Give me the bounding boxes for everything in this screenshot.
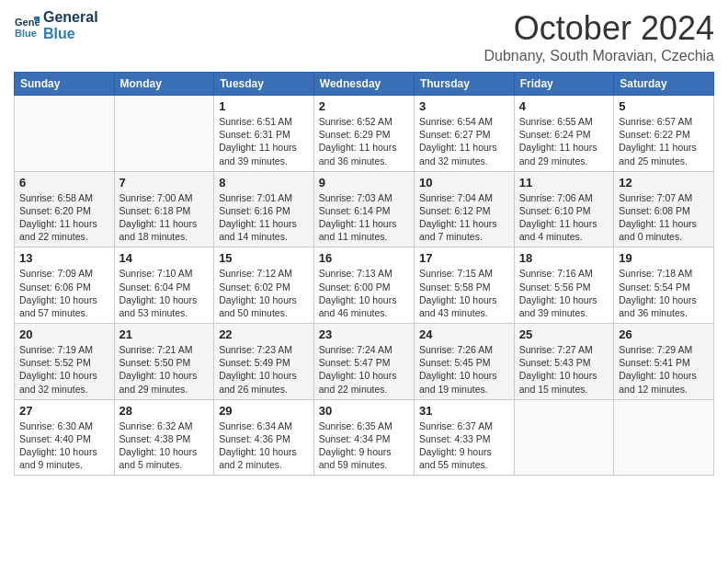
day-info: Sunrise: 6:32 AM Sunset: 4:38 PM Dayligh… (119, 419, 210, 472)
location-title: Dubnany, South Moravian, Czechia (483, 48, 714, 64)
title-block: October 2024 Dubnany, South Moravian, Cz… (483, 9, 714, 64)
logo-text-general: General (43, 9, 98, 26)
calendar-cell: 15Sunrise: 7:12 AM Sunset: 6:02 PM Dayli… (214, 247, 314, 324)
day-info: Sunrise: 7:21 AM Sunset: 5:50 PM Dayligh… (119, 343, 210, 396)
day-info: Sunrise: 6:37 AM Sunset: 4:33 PM Dayligh… (419, 419, 509, 472)
calendar-cell: 3Sunrise: 6:54 AM Sunset: 6:27 PM Daylig… (414, 96, 514, 172)
header-saturday: Saturday (614, 73, 714, 96)
day-info: Sunrise: 6:57 AM Sunset: 6:22 PM Dayligh… (619, 115, 709, 167)
day-number: 2 (319, 99, 409, 113)
day-number: 11 (519, 176, 609, 190)
day-info: Sunrise: 7:23 AM Sunset: 5:49 PM Dayligh… (219, 343, 309, 396)
day-info: Sunrise: 7:12 AM Sunset: 6:02 PM Dayligh… (219, 267, 309, 319)
day-info: Sunrise: 7:10 AM Sunset: 6:04 PM Dayligh… (119, 267, 210, 319)
day-info: Sunrise: 7:18 AM Sunset: 5:54 PM Dayligh… (619, 267, 709, 319)
calendar-cell: 9Sunrise: 7:03 AM Sunset: 6:14 PM Daylig… (313, 171, 414, 247)
svg-text:Blue: Blue (15, 28, 37, 39)
calendar-week-3: 13Sunrise: 7:09 AM Sunset: 6:06 PM Dayli… (15, 247, 714, 324)
calendar-cell: 26Sunrise: 7:29 AM Sunset: 5:41 PM Dayli… (614, 324, 714, 400)
calendar-cell: 2Sunrise: 6:52 AM Sunset: 6:29 PM Daylig… (313, 96, 414, 172)
day-number: 24 (419, 327, 509, 341)
calendar-cell: 16Sunrise: 7:13 AM Sunset: 6:00 PM Dayli… (313, 247, 414, 324)
day-number: 26 (619, 327, 709, 341)
calendar-cell: 24Sunrise: 7:26 AM Sunset: 5:45 PM Dayli… (414, 324, 514, 400)
day-info: Sunrise: 7:29 AM Sunset: 5:41 PM Dayligh… (619, 343, 709, 396)
day-number: 23 (319, 327, 409, 341)
day-info: Sunrise: 7:07 AM Sunset: 6:08 PM Dayligh… (619, 191, 709, 244)
calendar-cell: 25Sunrise: 7:27 AM Sunset: 5:43 PM Dayli… (514, 324, 613, 400)
logo: General Blue General Blue (14, 9, 98, 41)
calendar-cell: 23Sunrise: 7:24 AM Sunset: 5:47 PM Dayli… (313, 324, 414, 400)
calendar-cell: 27Sunrise: 6:30 AM Sunset: 4:40 PM Dayli… (15, 399, 115, 476)
day-info: Sunrise: 6:52 AM Sunset: 6:29 PM Dayligh… (319, 115, 409, 167)
header-tuesday: Tuesday (214, 73, 314, 96)
day-info: Sunrise: 7:01 AM Sunset: 6:16 PM Dayligh… (219, 191, 309, 244)
day-number: 6 (19, 176, 109, 190)
logo-text-blue: Blue (43, 26, 98, 42)
calendar-cell: 19Sunrise: 7:18 AM Sunset: 5:54 PM Dayli… (614, 247, 714, 324)
calendar-cell: 17Sunrise: 7:15 AM Sunset: 5:58 PM Dayli… (414, 247, 514, 324)
day-number: 5 (619, 99, 709, 113)
day-number: 27 (19, 404, 109, 418)
day-number: 9 (319, 176, 409, 190)
calendar-cell: 21Sunrise: 7:21 AM Sunset: 5:50 PM Dayli… (114, 324, 214, 400)
day-number: 29 (219, 404, 309, 418)
header-monday: Monday (114, 73, 214, 96)
day-number: 15 (219, 251, 309, 265)
day-info: Sunrise: 6:34 AM Sunset: 4:36 PM Dayligh… (219, 419, 309, 472)
day-number: 30 (319, 404, 409, 418)
day-info: Sunrise: 6:35 AM Sunset: 4:34 PM Dayligh… (319, 419, 409, 472)
day-info: Sunrise: 6:54 AM Sunset: 6:27 PM Dayligh… (419, 115, 509, 167)
day-number: 18 (519, 251, 609, 265)
calendar-cell: 28Sunrise: 6:32 AM Sunset: 4:38 PM Dayli… (114, 399, 214, 476)
calendar-cell: 13Sunrise: 7:09 AM Sunset: 6:06 PM Dayli… (15, 247, 115, 324)
day-info: Sunrise: 6:55 AM Sunset: 6:24 PM Dayligh… (519, 115, 609, 167)
day-info: Sunrise: 7:13 AM Sunset: 6:00 PM Dayligh… (319, 267, 409, 319)
calendar-cell (614, 399, 714, 476)
calendar-cell: 7Sunrise: 7:00 AM Sunset: 6:18 PM Daylig… (114, 171, 214, 247)
logo-icon: General Blue (14, 13, 40, 39)
day-number: 21 (119, 327, 210, 341)
day-number: 7 (119, 176, 210, 190)
header-wednesday: Wednesday (313, 73, 414, 96)
calendar-cell: 14Sunrise: 7:10 AM Sunset: 6:04 PM Dayli… (114, 247, 214, 324)
header-friday: Friday (514, 73, 613, 96)
calendar-cell (15, 96, 115, 172)
day-number: 12 (619, 176, 709, 190)
calendar-cell: 18Sunrise: 7:16 AM Sunset: 5:56 PM Dayli… (514, 247, 613, 324)
calendar-cell: 11Sunrise: 7:06 AM Sunset: 6:10 PM Dayli… (514, 171, 613, 247)
day-number: 1 (219, 99, 309, 113)
page-header: General Blue General Blue October 2024 D… (14, 9, 714, 64)
day-info: Sunrise: 7:15 AM Sunset: 5:58 PM Dayligh… (419, 267, 509, 319)
day-number: 17 (419, 251, 509, 265)
day-number: 22 (219, 327, 309, 341)
calendar-cell: 6Sunrise: 6:58 AM Sunset: 6:20 PM Daylig… (15, 171, 115, 247)
calendar-week-4: 20Sunrise: 7:19 AM Sunset: 5:52 PM Dayli… (15, 324, 714, 400)
day-number: 25 (519, 327, 609, 341)
day-info: Sunrise: 7:26 AM Sunset: 5:45 PM Dayligh… (419, 343, 509, 396)
calendar-cell: 31Sunrise: 6:37 AM Sunset: 4:33 PM Dayli… (414, 399, 514, 476)
day-info: Sunrise: 7:19 AM Sunset: 5:52 PM Dayligh… (19, 343, 109, 396)
day-number: 4 (519, 99, 609, 113)
day-info: Sunrise: 7:24 AM Sunset: 5:47 PM Dayligh… (319, 343, 409, 396)
calendar-cell: 1Sunrise: 6:51 AM Sunset: 6:31 PM Daylig… (214, 96, 314, 172)
day-info: Sunrise: 7:00 AM Sunset: 6:18 PM Dayligh… (119, 191, 210, 244)
calendar-week-5: 27Sunrise: 6:30 AM Sunset: 4:40 PM Dayli… (15, 399, 714, 476)
header-thursday: Thursday (414, 73, 514, 96)
calendar-week-2: 6Sunrise: 6:58 AM Sunset: 6:20 PM Daylig… (15, 171, 714, 247)
day-number: 14 (119, 251, 210, 265)
day-number: 31 (419, 404, 509, 418)
calendar-cell: 10Sunrise: 7:04 AM Sunset: 6:12 PM Dayli… (414, 171, 514, 247)
calendar-cell: 30Sunrise: 6:35 AM Sunset: 4:34 PM Dayli… (313, 399, 414, 476)
calendar-cell: 22Sunrise: 7:23 AM Sunset: 5:49 PM Dayli… (214, 324, 314, 400)
day-number: 10 (419, 176, 509, 190)
day-info: Sunrise: 7:27 AM Sunset: 5:43 PM Dayligh… (519, 343, 609, 396)
day-info: Sunrise: 7:04 AM Sunset: 6:12 PM Dayligh… (419, 191, 509, 244)
day-info: Sunrise: 7:06 AM Sunset: 6:10 PM Dayligh… (519, 191, 609, 244)
calendar-cell (114, 96, 214, 172)
month-title: October 2024 (483, 9, 714, 48)
day-info: Sunrise: 7:16 AM Sunset: 5:56 PM Dayligh… (519, 267, 609, 319)
calendar-cell: 29Sunrise: 6:34 AM Sunset: 4:36 PM Dayli… (214, 399, 314, 476)
calendar-header-row: SundayMondayTuesdayWednesdayThursdayFrid… (15, 73, 714, 96)
day-info: Sunrise: 7:03 AM Sunset: 6:14 PM Dayligh… (319, 191, 409, 244)
